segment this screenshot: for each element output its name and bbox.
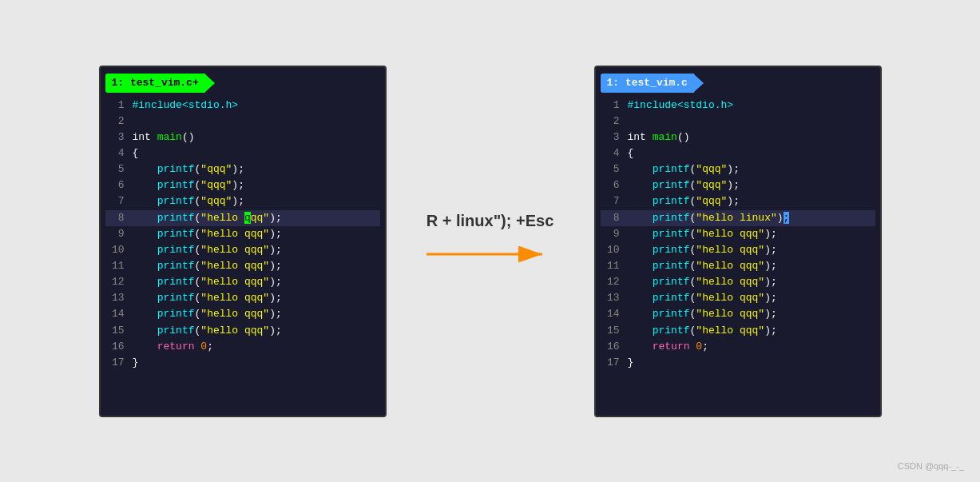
code-token: ); xyxy=(232,195,244,207)
code-line: 14 printf("hello qqq"); xyxy=(105,306,380,322)
code-line: 7 printf("qqq"); xyxy=(105,193,380,209)
line-number: 10 xyxy=(601,242,620,258)
line-number: 2 xyxy=(105,114,125,129)
code-token: ; xyxy=(784,212,790,224)
code-line: 8 printf("hello qqq"); xyxy=(105,210,380,226)
line-number: 6 xyxy=(105,177,125,193)
code-token: q xyxy=(244,212,251,224)
line-content: printf("hello qqq"); xyxy=(133,274,282,290)
line-number: 9 xyxy=(601,226,620,242)
line-content: printf("hello qqq"); xyxy=(133,242,282,258)
line-content: printf("hello qqq"); xyxy=(133,306,282,322)
code-token: { xyxy=(628,147,634,159)
line-number: 8 xyxy=(105,210,125,226)
line-number: 2 xyxy=(601,114,620,129)
line-content: printf("hello qqq"); xyxy=(628,306,777,322)
code-line: 8 printf("hello linux"); xyxy=(601,210,875,226)
code-token: printf xyxy=(628,308,690,320)
code-token: #include<stdio.h> xyxy=(133,99,239,111)
line-number: 15 xyxy=(601,323,620,339)
code-token: ); xyxy=(269,308,282,320)
line-number: 12 xyxy=(601,274,620,290)
code-token: printf xyxy=(133,228,195,240)
line-number: 17 xyxy=(601,355,620,371)
line-content: printf("hello qqq"); xyxy=(628,323,777,339)
code-token: printf xyxy=(628,212,690,224)
line-content: printf("hello qqq"); xyxy=(628,226,777,242)
line-number: 1 xyxy=(601,98,620,114)
code-token: "qqq" xyxy=(696,179,727,191)
code-line: 2 xyxy=(601,114,875,129)
code-token: printf xyxy=(133,260,195,272)
code-token: "hello qqq" xyxy=(696,244,764,256)
line-number: 1 xyxy=(105,98,125,114)
code-token: int xyxy=(628,131,653,143)
line-content: int main() xyxy=(133,129,195,145)
code-token: int xyxy=(133,131,157,143)
code-line: 14 printf("hello qqq"); xyxy=(601,306,875,322)
code-token: "hello qqq" xyxy=(200,308,269,320)
code-token: printf xyxy=(628,195,690,207)
code-token: qq" xyxy=(251,212,269,224)
line-content: printf("hello qqq"); xyxy=(133,290,282,306)
line-content: printf("qqq"); xyxy=(133,193,244,209)
code-token: ); xyxy=(764,228,777,240)
line-number: 14 xyxy=(105,306,125,322)
code-token: "qqq" xyxy=(200,163,232,175)
line-number: 10 xyxy=(105,242,125,258)
tab-label: 1: test_vim.c+ xyxy=(105,74,205,93)
arrow-icon xyxy=(427,238,554,270)
line-number: 16 xyxy=(601,339,620,355)
code-token: () xyxy=(677,131,690,143)
code-line: 15 printf("hello qqq"); xyxy=(601,323,875,339)
code-line: 11 printf("hello qqq"); xyxy=(105,258,380,274)
tab-label: 1: test_vim.c xyxy=(601,74,694,93)
code-token: "hello qqq" xyxy=(200,325,269,337)
code-line: 6 printf("qqq"); xyxy=(601,177,875,193)
code-token: "hello qqq" xyxy=(200,244,269,256)
code-token: ); xyxy=(764,292,777,304)
line-number: 3 xyxy=(105,129,125,145)
code-token: printf xyxy=(628,163,690,175)
code-token: "hello xyxy=(200,212,244,224)
code-line: 4{ xyxy=(601,145,875,161)
code-line: 5 printf("qqq"); xyxy=(105,161,380,177)
code-lines: 1#include<stdio.h>23int main()4{5 printf… xyxy=(596,98,880,371)
code-line: 17} xyxy=(105,355,380,371)
tab-arrow-icon xyxy=(694,74,704,92)
line-content: #include<stdio.h> xyxy=(628,98,734,114)
line-number: 16 xyxy=(105,339,125,355)
line-number: 4 xyxy=(601,145,620,161)
code-lines: 1#include<stdio.h>23int main()4{5 printf… xyxy=(101,98,385,371)
code-line: 11 printf("hello qqq"); xyxy=(601,258,875,274)
code-token: "hello qqq" xyxy=(200,228,269,240)
code-token: ); xyxy=(764,244,777,256)
line-content: } xyxy=(628,355,634,371)
code-token: printf xyxy=(628,260,690,272)
line-number: 13 xyxy=(601,290,620,306)
code-token: ; xyxy=(702,341,708,353)
line-content: printf("qqq"); xyxy=(628,161,740,177)
code-line: 13 printf("hello qqq"); xyxy=(105,290,380,306)
left-code-panel: 1: test_vim.c+1#include<stdio.h>23int ma… xyxy=(99,66,387,417)
line-number: 11 xyxy=(105,258,125,274)
code-token: ); xyxy=(269,260,282,272)
line-content: { xyxy=(133,145,139,161)
code-token: ; xyxy=(207,341,213,353)
line-content: int main() xyxy=(628,129,690,145)
code-token: ); xyxy=(727,163,740,175)
code-line: 12 printf("hello qqq"); xyxy=(601,274,875,290)
code-line: 16 return 0; xyxy=(105,339,380,355)
watermark: CSDN @qqq-_-_ xyxy=(898,461,964,471)
tab-bar: 1: test_vim.c xyxy=(596,74,880,93)
line-number: 5 xyxy=(601,161,620,177)
line-content: printf("hello qqq"); xyxy=(628,290,777,306)
code-line: 10 printf("hello qqq"); xyxy=(601,242,875,258)
line-number: 12 xyxy=(105,274,125,290)
code-token: "hello qqq" xyxy=(200,292,269,304)
code-token: ); xyxy=(232,179,244,191)
code-token: ); xyxy=(269,276,282,288)
code-token: ); xyxy=(727,179,740,191)
code-token: return xyxy=(157,341,195,353)
code-token: ); xyxy=(269,212,282,224)
